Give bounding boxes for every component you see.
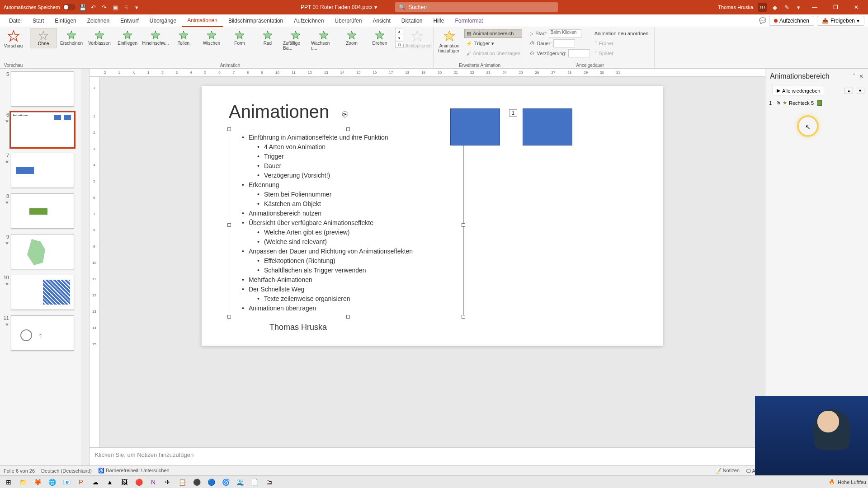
move-down-icon[interactable]: ▼	[856, 88, 864, 94]
anim-erscheinen[interactable]: Erscheinen	[58, 28, 85, 47]
anim-form[interactable]: Form	[226, 28, 253, 47]
rotate-handle-icon[interactable]: ⟳	[342, 111, 348, 117]
anim-none[interactable]: Ohne	[30, 28, 57, 48]
handle[interactable]	[346, 315, 350, 319]
handle[interactable]	[462, 315, 465, 319]
timeline-bar[interactable]	[817, 100, 822, 106]
duration-input[interactable]	[553, 39, 575, 47]
slide-thumbnails[interactable]: 5 6★Animationen 7★ 8★ 9★ 10★ 11★♡	[0, 69, 90, 465]
weather-widget[interactable]: 🔥Hohe Luftfeu	[829, 479, 866, 485]
start-button[interactable]: ⊞	[2, 477, 15, 488]
app-icon[interactable]: 🌀	[219, 477, 232, 488]
tab-entwurf[interactable]: Entwurf	[115, 14, 144, 27]
tab-formformat[interactable]: Formformat	[449, 14, 488, 27]
qat-more-icon[interactable]: ▾	[133, 4, 141, 11]
app-icon[interactable]: 🔵	[204, 477, 218, 488]
add-animation-button[interactable]: Animation hinzufügen	[436, 28, 462, 55]
firefox-icon[interactable]: 🦊	[31, 477, 44, 488]
preview-button[interactable]: Vorschau	[3, 28, 24, 50]
content-textbox[interactable]: Einführung in Animationseffekte und ihre…	[229, 129, 464, 317]
anim-zufaellig[interactable]: Zufällige Ba...	[282, 28, 309, 52]
diamond-icon[interactable]: ◆	[771, 4, 778, 11]
autosave-toggle[interactable]: Automatisches Speichern	[4, 4, 75, 10]
trigger-button[interactable]: ⚡Trigger ▾	[464, 39, 522, 48]
move-up-icon[interactable]: ▲	[844, 88, 853, 94]
chevron-down-icon[interactable]: ˅	[853, 73, 855, 80]
tab-uebergaenge[interactable]: Übergänge	[144, 14, 182, 27]
minimize-button[interactable]: —	[807, 2, 823, 13]
start-select[interactable]: Beim Klicken	[549, 29, 581, 38]
thumb-scrollbar[interactable]	[81, 69, 89, 465]
anim-order-tag[interactable]: 1	[509, 109, 517, 117]
thumb-5[interactable]: 5	[0, 69, 89, 109]
pen-icon[interactable]: ✎	[783, 4, 790, 11]
slide[interactable]: Animationen ⟳ Einführung in Animationsef…	[202, 86, 663, 346]
slide-canvas[interactable]: Animationen ⟳ Einführung in Animationsef…	[99, 77, 765, 447]
app-icon[interactable]: 🗂	[262, 477, 276, 488]
thumb-6[interactable]: 6★Animationen	[0, 109, 89, 150]
search-input[interactable]: 🔍 Suchen	[395, 2, 558, 12]
anim-entry[interactable]: 1 🖱 ★ Rechteck 5	[767, 99, 866, 107]
record-button[interactable]: Aufzeichnen	[769, 16, 814, 26]
handle[interactable]	[462, 223, 465, 227]
play-all-button[interactable]: ▶Alle wiedergeben	[773, 86, 824, 95]
notes-pane[interactable]: Klicken Sie, um Notizen hinzuzufügen	[90, 447, 765, 465]
thumb-8[interactable]: 8★	[0, 191, 89, 231]
tab-einfuegen[interactable]: Einfügen	[49, 14, 81, 27]
comments-icon[interactable]: 💬	[759, 17, 766, 24]
close-icon[interactable]: ✕	[859, 73, 863, 80]
animation-pane-button[interactable]: ▤Animationsbereich	[464, 29, 522, 38]
accessibility[interactable]: ♿ Barrierefreiheit: Untersuchen	[98, 468, 170, 474]
anim-wachsen[interactable]: Wachsen u...	[310, 28, 337, 52]
tab-start[interactable]: Start	[27, 14, 49, 27]
telegram-icon[interactable]: ✈	[161, 477, 175, 488]
anim-teilen[interactable]: Teilen	[170, 28, 197, 47]
explorer-icon[interactable]: 📁	[16, 477, 30, 488]
ribbon-options-icon[interactable]: ▾	[795, 4, 802, 11]
handle[interactable]	[227, 127, 231, 131]
tab-dictation[interactable]: Dictation	[396, 14, 428, 27]
edge-icon[interactable]: 🌊	[233, 477, 247, 488]
anim-einfliegen[interactable]: Einfliegen	[114, 28, 141, 47]
down-icon[interactable]: ▾	[395, 35, 403, 41]
notes-button[interactable]: 📝 Notizen	[715, 468, 740, 474]
toggle-switch[interactable]	[63, 4, 75, 10]
chrome-icon[interactable]: 🌐	[45, 477, 59, 488]
gallery-scroll[interactable]: ▴▾⊟	[395, 28, 403, 48]
username[interactable]: Thomas Hruska	[718, 5, 753, 10]
language[interactable]: Deutsch (Deutschland)	[41, 468, 92, 474]
app-icon[interactable]: ☁	[89, 477, 102, 488]
more-icon[interactable]: ⊟	[395, 42, 403, 48]
outlook-icon[interactable]: 📧	[60, 477, 73, 488]
thumb-7[interactable]: 7★	[0, 150, 89, 191]
thumb-11[interactable]: 11★♡	[0, 313, 89, 353]
share-button[interactable]: 📤Freigeben ▾	[817, 16, 864, 26]
handle[interactable]	[227, 315, 231, 319]
anim-verblassen[interactable]: Verblassen	[86, 28, 113, 47]
tab-ueberpruefen[interactable]: Überprüfen	[329, 14, 367, 27]
vlc-icon[interactable]: ▲	[103, 477, 117, 488]
close-button[interactable]: ✕	[848, 2, 864, 13]
delay-input[interactable]	[568, 49, 590, 57]
slide-count[interactable]: Folie 6 von 26	[4, 468, 35, 474]
present-icon[interactable]: ▣	[112, 4, 119, 11]
tab-hilfe[interactable]: Hilfe	[428, 14, 449, 27]
anim-wischen[interactable]: Wischen	[198, 28, 225, 47]
anim-zoom[interactable]: Zoom	[338, 28, 365, 47]
tab-bildschirm[interactable]: Bildschirmpräsentation	[223, 14, 288, 27]
touch-icon[interactable]: ☟	[123, 4, 130, 11]
anim-hinein[interactable]: Hineinschw...	[142, 28, 169, 47]
obs-icon[interactable]: ⚫	[190, 477, 203, 488]
up-icon[interactable]: ▴	[395, 28, 403, 34]
tab-zeichnen[interactable]: Zeichnen	[82, 14, 115, 27]
redo-icon[interactable]: ↷	[101, 4, 108, 11]
tab-ansicht[interactable]: Ansicht	[367, 14, 396, 27]
thumb-9[interactable]: 9★	[0, 231, 89, 272]
author-text[interactable]: Thomas Hruska	[269, 323, 327, 332]
rectangle-shape-2[interactable]	[523, 108, 572, 145]
tab-datei[interactable]: Datei	[4, 14, 27, 27]
app-icon[interactable]: 📋	[175, 477, 189, 488]
rectangle-shape-1[interactable]	[450, 108, 500, 145]
anim-drehen[interactable]: Drehen	[366, 28, 393, 47]
save-icon[interactable]: 💾	[79, 4, 86, 11]
